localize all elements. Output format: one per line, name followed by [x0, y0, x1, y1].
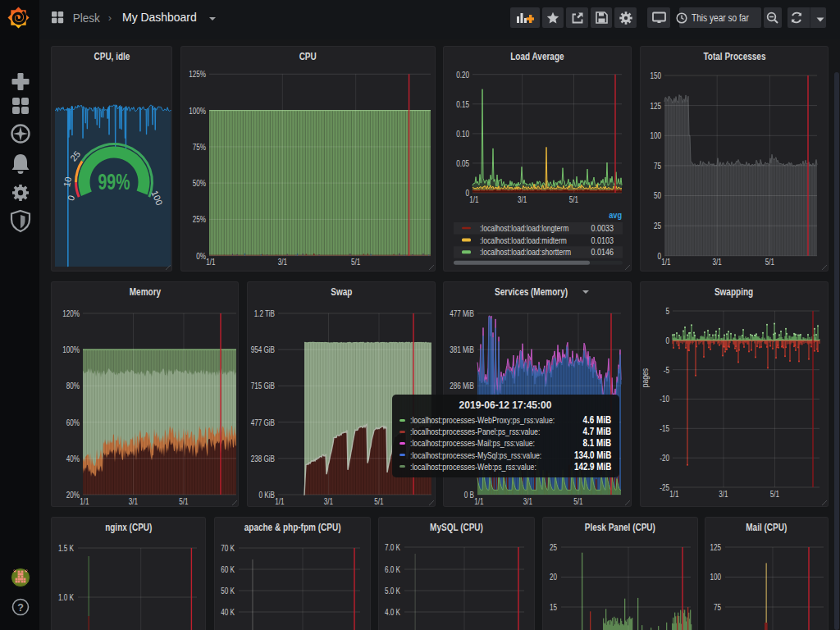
svg-text:150: 150 [650, 71, 661, 81]
svg-text:3/1: 3/1 [324, 496, 333, 507]
svg-text:5/1: 5/1 [770, 489, 779, 500]
svg-text:0: 0 [465, 188, 469, 199]
svg-text:477 MiB: 477 MiB [450, 308, 474, 319]
svg-text:70 K: 70 K [221, 543, 235, 554]
svg-text:0.0103: 0.0103 [591, 235, 614, 245]
svg-text:0.05: 0.05 [456, 158, 469, 169]
svg-text:1/1: 1/1 [469, 194, 478, 205]
svg-text:25: 25 [654, 221, 661, 231]
svg-text:120%: 120% [62, 308, 80, 319]
svg-text:125%: 125% [189, 69, 206, 80]
svg-text:5/1: 5/1 [351, 257, 360, 267]
svg-text:75: 75 [714, 602, 721, 613]
svg-text:pages: pages [641, 368, 650, 387]
svg-text:286 MiB: 286 MiB [450, 381, 474, 391]
svg-text:-15: -15 [660, 423, 669, 434]
svg-text:0 B: 0 B [464, 490, 474, 500]
svg-text:80%: 80% [66, 381, 80, 391]
svg-text:1/1: 1/1 [275, 496, 284, 507]
svg-text:3/1: 3/1 [713, 257, 722, 267]
svg-text:1.5 K: 1.5 K [58, 543, 74, 554]
svg-text:1.0 K: 1.0 K [58, 592, 74, 603]
svg-text:100: 100 [650, 130, 661, 141]
svg-text:0.10: 0.10 [456, 129, 469, 139]
svg-text:0.20: 0.20 [456, 69, 469, 80]
svg-text:40 K: 40 K [221, 607, 235, 618]
svg-text:20: 20 [550, 572, 557, 582]
svg-text:5.0 K: 5.0 K [385, 586, 400, 596]
svg-text:3/1: 3/1 [278, 257, 287, 267]
svg-text:?: ? [17, 602, 24, 614]
svg-text:25: 25 [550, 542, 557, 553]
svg-text:1/1: 1/1 [661, 257, 670, 267]
svg-text::localhost:load:load:midterm: :localhost:load:load:midterm [480, 235, 567, 246]
svg-text:75: 75 [654, 161, 661, 171]
svg-text:100%: 100% [189, 105, 206, 116]
svg-text:3/1: 3/1 [518, 194, 527, 205]
svg-text:238 GiB: 238 GiB [251, 454, 275, 464]
svg-text:40%: 40% [66, 454, 80, 464]
svg-text:5: 5 [665, 306, 669, 317]
svg-text:1/1: 1/1 [474, 496, 483, 507]
svg-text:3/1: 3/1 [129, 496, 138, 507]
svg-text:0: 0 [657, 251, 661, 262]
svg-text:0: 0 [665, 336, 669, 346]
svg-text:25%: 25% [193, 214, 207, 225]
svg-text:-10: -10 [660, 394, 669, 404]
svg-text:60%: 60% [66, 417, 80, 427]
svg-text::localhost:load:load:shortterm: :localhost:load:load:shortterm [480, 247, 571, 258]
svg-text:4.0 K: 4.0 K [385, 607, 400, 618]
svg-text:20%: 20% [66, 490, 80, 500]
svg-text:5/1: 5/1 [374, 496, 383, 507]
svg-text:5/1: 5/1 [179, 496, 188, 507]
svg-text:avg: avg [609, 210, 622, 220]
svg-text:5/1: 5/1 [765, 257, 774, 267]
svg-text::localhost:load:load:longterm: :localhost:load:load:longterm [480, 223, 568, 234]
svg-text:50%: 50% [193, 178, 207, 189]
svg-text:99%: 99% [98, 170, 130, 194]
svg-text:1/1: 1/1 [669, 489, 678, 500]
svg-text:7.0 K: 7.0 K [385, 542, 400, 553]
svg-text:75%: 75% [193, 142, 207, 153]
svg-text:5/1: 5/1 [573, 496, 582, 507]
svg-text:1.2 TiB: 1.2 TiB [254, 308, 275, 319]
svg-text:125: 125 [650, 100, 661, 111]
svg-text:0.0033: 0.0033 [591, 223, 614, 233]
svg-text:15: 15 [550, 602, 557, 613]
svg-text:-5: -5 [664, 364, 669, 375]
svg-text:0.15: 0.15 [456, 99, 469, 110]
svg-text:954 GiB: 954 GiB [251, 345, 275, 355]
svg-text:125: 125 [710, 542, 721, 553]
svg-text:477 GiB: 477 GiB [251, 417, 275, 427]
svg-text:3/1: 3/1 [523, 496, 532, 507]
svg-text:6.0 K: 6.0 K [385, 564, 400, 575]
svg-text:5/1: 5/1 [569, 194, 578, 205]
svg-text:1/1: 1/1 [206, 257, 215, 267]
svg-text:100%: 100% [62, 345, 80, 355]
svg-text:1/1: 1/1 [80, 496, 89, 507]
svg-text:0%: 0% [196, 250, 206, 261]
svg-text:0 KiB: 0 KiB [259, 490, 275, 500]
svg-text:50: 50 [654, 190, 661, 201]
svg-text:50 K: 50 K [221, 586, 235, 596]
svg-text:10: 10 [62, 176, 73, 187]
svg-text:-20: -20 [660, 453, 669, 463]
svg-text:100: 100 [710, 572, 721, 582]
svg-text:-25: -25 [660, 482, 669, 493]
svg-text:381 MiB: 381 MiB [450, 345, 474, 355]
svg-text:0.0146: 0.0146 [591, 247, 614, 257]
svg-text:60 K: 60 K [221, 564, 235, 575]
svg-text:3/1: 3/1 [719, 489, 728, 500]
svg-text:715 GiB: 715 GiB [251, 381, 275, 391]
